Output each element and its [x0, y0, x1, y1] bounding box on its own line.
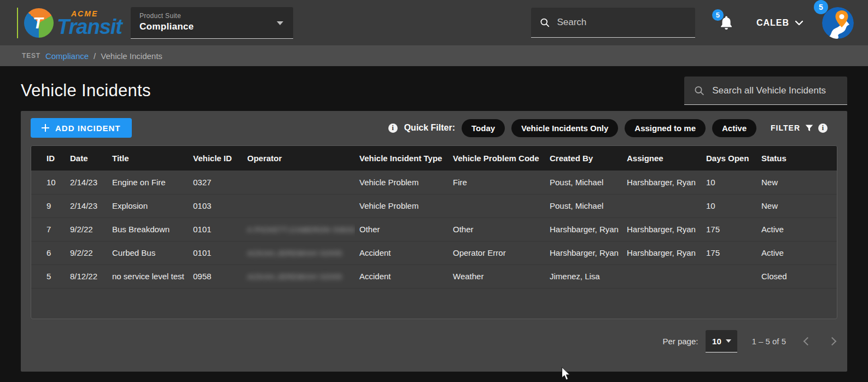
cell-date: 9/2/22 — [66, 241, 108, 265]
incidents-card: ADD INCIDENT i Quick Filter: TodayVehicl… — [21, 111, 847, 372]
brand-wordmark: ACME Transit — [57, 9, 122, 36]
cell-text: Accident — [359, 248, 391, 257]
column-header[interactable]: Vehicle ID — [189, 146, 243, 171]
cell-operator: ACKAH,JEREMIAH 02005 — [243, 265, 355, 288]
column-header[interactable]: Days Open — [702, 146, 757, 171]
table-row[interactable]: 102/14/23Engine on Fire0327Vehicle Probl… — [31, 171, 837, 194]
cell-days_open — [702, 265, 757, 288]
table-search[interactable] — [684, 77, 847, 105]
column-header[interactable]: Title — [108, 146, 189, 171]
filter-label: FILTER — [771, 124, 800, 132]
cell-id: 9 — [31, 194, 66, 218]
cell-text: Other — [453, 225, 474, 234]
info-icon[interactable]: i — [818, 124, 828, 133]
cell-text: Fire — [453, 178, 467, 187]
cell-title: Curbed Bus — [108, 241, 189, 265]
table-head: IDDateTitleVehicle IDOperatorVehicle Inc… — [31, 146, 837, 171]
next-page-button[interactable] — [828, 337, 837, 346]
cell-text: Harshbarger, Ryan — [627, 225, 696, 234]
brand-logo-letter: T — [33, 15, 44, 31]
add-incident-label: ADD INCIDENT — [55, 124, 121, 133]
cell-problem_code: Fire — [448, 171, 545, 194]
cell-date: 2/14/23 — [66, 194, 108, 218]
cell-created_by: Jimenez, Lisa — [545, 265, 622, 288]
global-search-input[interactable] — [557, 17, 686, 28]
cell-days_open: 10 — [702, 171, 757, 194]
cell-problem_code — [448, 194, 545, 218]
quick-filter-chip[interactable]: Active — [712, 119, 756, 137]
table-body: 102/14/23Engine on Fire0327Vehicle Probl… — [31, 171, 837, 319]
cell-problem_code: Weather — [448, 265, 545, 288]
cell-problem_code: Other — [448, 218, 545, 241]
cell-operator: ACKAH,JEREMIAH 02005 — [243, 241, 355, 265]
cell-id: 6 — [31, 241, 66, 265]
column-header[interactable]: Operator — [243, 146, 355, 171]
page-header: Vehicle Incidents — [21, 77, 847, 105]
add-incident-button[interactable]: ADD INCIDENT — [31, 118, 132, 138]
cell-text: 2/14/23 — [70, 178, 97, 187]
cell-status: New — [757, 171, 837, 194]
table-header-row: IDDateTitleVehicle IDOperatorVehicle Inc… — [31, 146, 837, 171]
cell-text: Poust, Michael — [550, 201, 603, 210]
previous-page-button[interactable] — [803, 337, 812, 346]
table-row[interactable]: 69/2/22Curbed Bus0101ACKAH,JEREMIAH 0200… — [31, 241, 837, 265]
cell-text: 7 — [46, 225, 51, 234]
quick-filter-chip[interactable]: Vehicle Incidents Only — [511, 119, 618, 137]
cell-text: 2/14/23 — [70, 201, 97, 210]
brand-logo[interactable]: T ACME Transit — [24, 8, 122, 38]
cell-date: 9/2/22 — [66, 218, 108, 241]
cell-created_by: Poust, Michael — [545, 194, 622, 218]
cell-text: Active — [761, 248, 784, 257]
redacted-operator-text: ACKAH,JEREMIAH 02005 — [247, 273, 342, 281]
cell-text: 9/2/22 — [70, 248, 93, 257]
avatar[interactable] — [822, 7, 854, 39]
cell-assignee: Harshbarger, Ryan — [622, 241, 702, 265]
column-header[interactable]: Date — [66, 146, 108, 171]
cell-status: Active — [757, 218, 837, 241]
column-header[interactable]: Vehicle Incident Type — [355, 146, 448, 171]
cell-vehicle_id: 0327 — [189, 171, 243, 194]
column-header[interactable]: Created By — [545, 146, 622, 171]
user-menu[interactable]: CALEB — [756, 18, 803, 28]
table-search-input[interactable] — [712, 85, 837, 96]
column-header[interactable]: Status — [757, 146, 837, 171]
redacted-operator-text: ACKAH,JEREMIAH 02005 — [247, 249, 342, 257]
breadcrumb-link-compliance[interactable]: Compliance — [45, 51, 89, 61]
table-row[interactable]: 92/14/23Explosion0103Vehicle ProblemPous… — [31, 194, 837, 218]
quick-filter-chip[interactable]: Assigned to me — [625, 119, 706, 137]
cell-text: 175 — [706, 225, 720, 234]
cell-assignee — [622, 194, 702, 218]
notifications-badge: 5 — [712, 9, 724, 21]
quick-filter-chip[interactable]: Today — [462, 119, 505, 137]
cell-assignee: Harshbarger, Ryan — [622, 171, 702, 194]
table-filler-cell — [31, 288, 837, 319]
redacted-operator-text: A PICKETT,CAMERON 03633 — [247, 226, 355, 234]
global-search[interactable] — [531, 8, 695, 38]
cell-type: Accident — [355, 265, 448, 288]
cell-created_by: Harshbarger, Ryan — [545, 241, 622, 265]
product-suite-dropdown[interactable]: Product Suite Compliance — [131, 7, 293, 39]
cell-vehicle_id: 0958 — [189, 265, 243, 288]
cell-type: Vehicle Problem — [355, 194, 448, 218]
column-header[interactable]: Assignee — [622, 146, 702, 171]
cell-text: Operator Error — [453, 248, 506, 257]
cell-type: Accident — [355, 241, 448, 265]
pagination-range: 1 – 5 of 5 — [752, 337, 786, 346]
pagination: Per page: 10 1 – 5 of 5 — [31, 330, 837, 352]
cell-text: Curbed Bus — [112, 248, 155, 257]
per-page-select[interactable]: 10 — [706, 330, 737, 352]
column-header[interactable]: ID — [31, 146, 66, 171]
cell-text: 10 — [706, 178, 715, 187]
cell-operator — [243, 194, 355, 218]
column-header[interactable]: Vehicle Problem Code — [448, 146, 545, 171]
quick-filter-cluster: i Quick Filter: TodayVehicle Incidents O… — [388, 119, 837, 137]
cell-assignee: Harshbarger, Ryan — [622, 218, 702, 241]
table-row[interactable]: 79/2/22Bus Breakdown0101A PICKETT,CAMERO… — [31, 218, 837, 241]
cell-text: 0103 — [193, 201, 211, 210]
notifications-button[interactable]: 5 — [719, 15, 733, 31]
filter-button[interactable]: FILTER i — [771, 124, 828, 133]
table-row[interactable]: 58/12/22no service level test0958ACKAH,J… — [31, 265, 837, 288]
breadcrumb-separator: / — [94, 51, 96, 61]
info-icon[interactable]: i — [388, 124, 398, 133]
incidents-table: IDDateTitleVehicle IDOperatorVehicle Inc… — [31, 145, 837, 319]
